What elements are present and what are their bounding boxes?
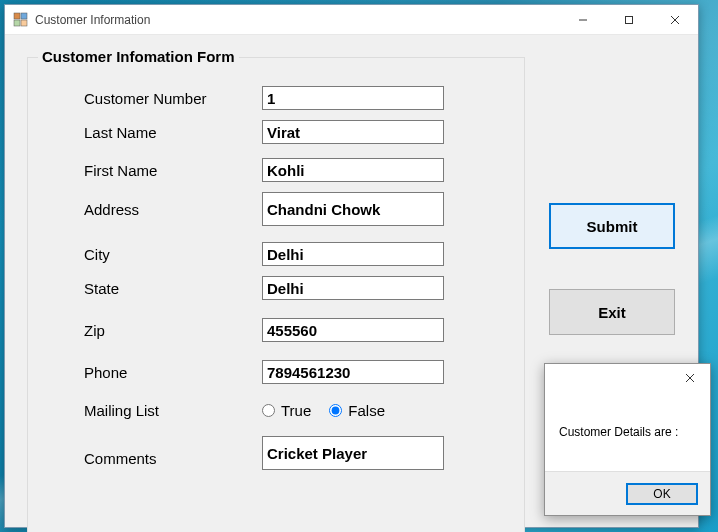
- exit-button-label: Exit: [598, 304, 626, 321]
- input-zip[interactable]: [262, 318, 444, 342]
- radio-false[interactable]: [329, 404, 342, 417]
- label-zip: Zip: [84, 322, 262, 339]
- form-legend: Customer Infomation Form: [38, 48, 239, 65]
- submit-button[interactable]: Submit: [549, 203, 675, 249]
- maximize-button[interactable]: [606, 5, 652, 35]
- close-button[interactable]: [652, 5, 698, 35]
- radio-true-text: True: [281, 402, 311, 419]
- label-customer-number: Customer Number: [84, 90, 262, 107]
- svg-rect-2: [14, 20, 20, 26]
- label-mailing-list: Mailing List: [84, 402, 262, 419]
- radio-true-label[interactable]: True: [262, 402, 311, 419]
- svg-rect-0: [14, 13, 20, 19]
- svg-rect-5: [626, 16, 633, 23]
- input-city[interactable]: [262, 242, 444, 266]
- input-last-name[interactable]: [262, 120, 444, 144]
- input-first-name[interactable]: [262, 158, 444, 182]
- radio-false-label[interactable]: False: [329, 402, 385, 419]
- message-box-ok-label: OK: [653, 487, 670, 501]
- message-box-body: Customer Details are :: [545, 392, 710, 471]
- message-box: Customer Details are : OK: [544, 363, 711, 516]
- svg-rect-3: [21, 20, 27, 26]
- label-city: City: [84, 246, 262, 263]
- customer-form-group: Customer Infomation Form Customer Number…: [27, 57, 525, 532]
- label-first-name: First Name: [84, 162, 262, 179]
- label-phone: Phone: [84, 364, 262, 381]
- titlebar: Customer Information: [5, 5, 698, 35]
- window-title: Customer Information: [35, 13, 150, 27]
- input-state[interactable]: [262, 276, 444, 300]
- label-comments: Comments: [84, 436, 262, 467]
- message-box-close-button[interactable]: [674, 367, 706, 389]
- label-state: State: [84, 280, 262, 297]
- input-address[interactable]: [262, 192, 444, 226]
- message-box-text: Customer Details are :: [559, 425, 678, 439]
- label-last-name: Last Name: [84, 124, 262, 141]
- input-comments[interactable]: [262, 436, 444, 470]
- app-icon: [13, 12, 29, 28]
- label-address: Address: [84, 201, 262, 218]
- side-buttons: Submit Exit: [549, 203, 679, 375]
- message-box-ok-button[interactable]: OK: [626, 483, 698, 505]
- message-box-button-row: OK: [545, 471, 710, 515]
- input-phone[interactable]: [262, 360, 444, 384]
- message-box-titlebar: [545, 364, 710, 392]
- submit-button-label: Submit: [587, 218, 638, 235]
- svg-rect-1: [21, 13, 27, 19]
- minimize-button[interactable]: [560, 5, 606, 35]
- mailing-list-radio-group: True False: [262, 402, 385, 419]
- radio-true[interactable]: [262, 404, 275, 417]
- radio-false-text: False: [348, 402, 385, 419]
- input-customer-number[interactable]: [262, 86, 444, 110]
- exit-button[interactable]: Exit: [549, 289, 675, 335]
